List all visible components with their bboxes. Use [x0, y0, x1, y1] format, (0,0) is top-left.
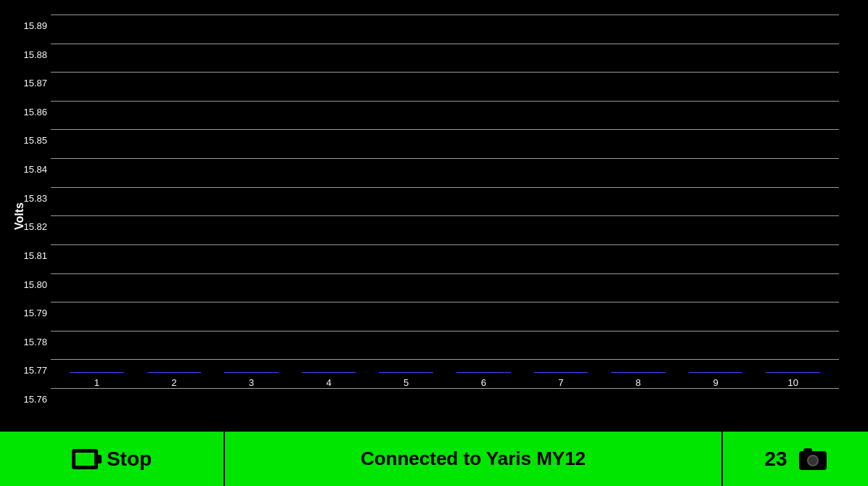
- bottom-center-section: Connected to Yaris MY12: [225, 432, 723, 486]
- camera-lens: [807, 455, 819, 466]
- y-axis-tick-label: 15.85: [23, 135, 47, 146]
- bar: [456, 372, 511, 373]
- x-axis-label: 3: [249, 377, 254, 388]
- bar: [766, 372, 820, 373]
- y-axis-tick-label: 15.78: [23, 336, 47, 347]
- bar: [611, 372, 666, 373]
- x-axis-label: 8: [636, 377, 641, 388]
- y-axis-tick-label: 15.89: [23, 20, 47, 31]
- camera-body: [799, 451, 827, 470]
- connection-status: Connected to Yaris MY12: [361, 448, 586, 470]
- y-axis-tick-label: 15.86: [23, 106, 47, 117]
- y-axis-tick-label: 15.80: [23, 279, 47, 289]
- bar: [147, 372, 202, 373]
- bar-group: 7: [523, 372, 600, 388]
- x-axis-label: 6: [481, 377, 486, 388]
- bar: [689, 372, 743, 373]
- grid-line: [51, 388, 839, 389]
- bar-group: 1: [58, 372, 136, 388]
- bar: [379, 372, 433, 373]
- battery-icon: [72, 449, 98, 469]
- bar-group: 6: [445, 372, 523, 388]
- x-axis-label: 2: [171, 377, 176, 388]
- bar-group: 4: [290, 372, 368, 388]
- bar-group: 2: [136, 372, 213, 388]
- bars-container: 12345678910: [51, 15, 839, 388]
- bottom-bar: Stop Connected to Yaris MY12 23: [0, 432, 868, 486]
- y-axis-tick-label: 15.87: [23, 78, 47, 88]
- bottom-right-section: 23: [723, 432, 868, 486]
- y-axis-tick-label: 15.83: [23, 192, 47, 203]
- count-display: 23: [764, 448, 787, 471]
- camera-icon[interactable]: [799, 448, 827, 470]
- bar: [70, 372, 124, 373]
- main-container: Volts 15.8915.8815.8715.8615.8515.8415.8…: [0, 0, 868, 486]
- y-axis-tick-label: 15.88: [23, 49, 47, 59]
- bar-group: 9: [677, 372, 755, 388]
- x-axis-label: 5: [404, 377, 409, 388]
- x-axis-label: 9: [713, 377, 718, 388]
- y-axis-tick-label: 15.77: [23, 365, 47, 376]
- bar-group: 10: [754, 372, 832, 388]
- bar-group: 8: [599, 372, 677, 388]
- bar-group: 3: [213, 372, 290, 388]
- x-axis-label: 7: [558, 377, 563, 388]
- chart-area: Volts 15.8915.8815.8715.8615.8515.8415.8…: [0, 0, 868, 432]
- y-axis-tick-label: 15.82: [23, 221, 47, 232]
- y-axis-tick-label: 15.84: [23, 164, 47, 175]
- y-axis-tick-label: 15.81: [23, 250, 47, 260]
- bar-group: 5: [367, 372, 445, 388]
- bar: [224, 372, 279, 373]
- bar: [534, 372, 589, 373]
- x-axis-label: 4: [326, 377, 331, 388]
- y-axis-tick-label: 15.76: [23, 394, 47, 405]
- y-axis-tick-label: 15.79: [23, 308, 47, 318]
- x-axis-label: 10: [787, 377, 798, 388]
- stop-button[interactable]: Stop: [107, 448, 152, 471]
- bottom-left-section: Stop: [0, 432, 225, 486]
- bar: [302, 372, 356, 373]
- chart-inner: 15.8915.8815.8715.8615.8515.8415.8315.82…: [51, 15, 839, 388]
- x-axis-label: 1: [94, 377, 99, 388]
